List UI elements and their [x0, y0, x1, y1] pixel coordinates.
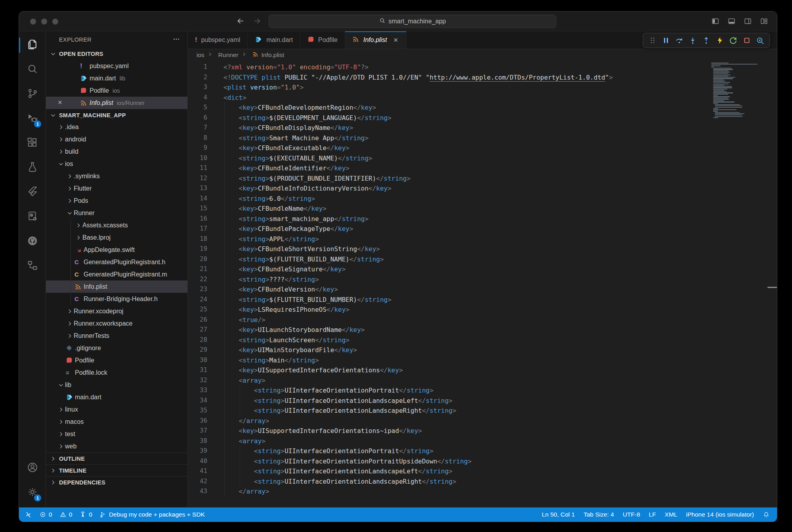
scrollbar-mark[interactable]	[767, 287, 777, 288]
tab-podfile[interactable]: Podfile	[300, 31, 345, 49]
code-line[interactable]: 22 <string>????</string>	[188, 275, 777, 285]
minimap[interactable]	[711, 63, 771, 118]
tree-item-runner-bridging-header-h[interactable]: C Runner-Bridging-Header.h	[46, 293, 187, 305]
close-window-button[interactable]	[30, 19, 36, 25]
code-line[interactable]: 2<!DOCTYPE plist PUBLIC "-//Apple//DTD P…	[188, 72, 777, 83]
tab-size[interactable]: Tab Size: 4	[584, 511, 614, 518]
tree-item-appdelegate-swift[interactable]: AppDelegate.swift	[46, 244, 187, 256]
code-line[interactable]: 3<plist version="1.0">	[188, 82, 777, 93]
customize-layout-button[interactable]	[760, 17, 768, 27]
remote-indicator[interactable]	[25, 511, 32, 519]
section-dependencies[interactable]: DEPENDENCIES	[46, 476, 187, 488]
code-line[interactable]: 21 <key>CFBundleSignature</key>	[188, 264, 777, 275]
warnings-indicator[interactable]: 0	[59, 511, 73, 518]
code-line[interactable]: 7 <key>CFBundleDisplayName</key>	[188, 123, 777, 133]
tree-item-podfile-lock[interactable]: ≡ Podfile.lock	[46, 366, 187, 379]
code-line[interactable]: 26 <true/>	[188, 315, 777, 325]
workspace-header[interactable]: SMART_MACHINE_APP	[46, 109, 187, 121]
code-line[interactable]: 19 <key>CFBundleShortVersionString</key>	[188, 244, 777, 254]
code-line[interactable]: 25 <key>LSRequiresIPhoneOS</key>	[188, 305, 777, 315]
tree-item-generatedpluginregistrant-m[interactable]: C GeneratedPluginRegistrant.m	[46, 268, 187, 280]
code-line[interactable]: 35 <string>UIInterfaceOrientationLandsca…	[188, 406, 777, 416]
cursor-position[interactable]: Ln 50, Col 1	[542, 511, 575, 518]
tree-item-idea[interactable]: .idea	[46, 121, 187, 133]
tree-item-lib[interactable]: lib	[46, 379, 187, 391]
tab-pubspec-yaml[interactable]: ! pubspec.yaml	[188, 31, 248, 49]
code-line[interactable]: 5 <key>CFBundleDevelopmentRegion</key>	[188, 103, 777, 113]
code-line[interactable]: 12 <string>$(PRODUCT_BUNDLE_IDENTIFIER)<…	[188, 174, 777, 184]
code-line[interactable]: 24 <string>$(FLUTTER_BUILD_NUMBER)</stri…	[188, 295, 777, 305]
tree-item-base-lproj[interactable]: Base.lproj	[46, 231, 187, 244]
code-line[interactable]: 6 <string>$(DEVELOPMENT_LANGUAGE)</strin…	[188, 113, 777, 123]
tree-item-linux[interactable]: linux	[46, 403, 187, 416]
ports-indicator[interactable]: 0	[79, 511, 92, 518]
tree-item-runner[interactable]: Runner	[46, 207, 187, 219]
tree-item-flutter[interactable]: Flutter	[46, 182, 187, 194]
command-center-search[interactable]: smart_machine_app	[269, 15, 556, 28]
open-editors-header[interactable]: OPEN EDITORS	[46, 48, 187, 60]
tree-item-test[interactable]: test	[46, 428, 187, 440]
code-line[interactable]: 36 </array>	[188, 416, 777, 426]
activity-search[interactable]	[19, 57, 46, 82]
close-editor-button[interactable]	[57, 99, 63, 107]
activity-flutter[interactable]	[19, 180, 46, 205]
errors-indicator[interactable]: 0	[39, 511, 52, 518]
code-line[interactable]: 37 <key>UISupportedInterfaceOrientations…	[188, 426, 777, 436]
activity-extensions[interactable]	[19, 131, 46, 156]
code-line[interactable]: 11 <key>CFBundleIdentifier</key>	[188, 163, 777, 174]
code-line[interactable]: 30 <string>Main</string>	[188, 355, 777, 366]
code-line[interactable]: 10 <string>$(EXECUTABLE_NAME)</string>	[188, 153, 777, 164]
code-line[interactable]: 15 <key>CFBundleName</key>	[188, 204, 777, 214]
breadcrumb-runner[interactable]: Runner	[204, 51, 239, 59]
code-line[interactable]: 1<?xml version="1.0" encoding="UTF-8"?>	[188, 62, 777, 72]
zoom-window-button[interactable]	[52, 19, 58, 25]
toggle-panel-button[interactable]	[727, 17, 736, 27]
open-editor-main-dart[interactable]: main.dart lib	[46, 72, 187, 84]
code-line[interactable]: 40 <string>UIInterfaceOrientationPortrai…	[188, 456, 777, 467]
close-tab-button[interactable]	[393, 37, 399, 43]
code-line[interactable]: 42 <string>UIInterfaceOrientationLandsca…	[188, 477, 777, 487]
tree-item-main-dart[interactable]: main.dart	[46, 391, 187, 403]
code-line[interactable]: 43 </array>	[188, 486, 777, 497]
debug-flutter-inspector-button[interactable]	[755, 35, 765, 46]
activity-project[interactable]	[19, 205, 46, 229]
debug-restart-button[interactable]	[728, 35, 739, 46]
tree-item-runner-xcworkspace[interactable]: Runner.xcworkspace	[46, 317, 187, 330]
tree-item-web[interactable]: web	[46, 440, 187, 452]
breadcrumb-info-plist[interactable]: Info.plist	[239, 51, 284, 59]
debug-step-into-button[interactable]	[687, 35, 698, 46]
debug-stop-button[interactable]	[741, 35, 752, 46]
code-line[interactable]: 13 <key>CFBundleInfoDictionaryVersion</k…	[188, 183, 777, 194]
open-editor-info-plist[interactable]: Info.plist ios/Runner	[46, 97, 187, 109]
tree-item-pods[interactable]: Pods	[46, 194, 187, 207]
tab-main-dart[interactable]: main.dart	[248, 31, 300, 49]
tree-item-symlinks[interactable]: .symlinks	[46, 170, 187, 182]
code-line[interactable]: 16 <string>smart_machine_app</string>	[188, 214, 777, 224]
minimize-window-button[interactable]	[41, 19, 47, 25]
code-line[interactable]: 39 <string>UIInterfaceOrientationPortrai…	[188, 446, 777, 456]
breadcrumb-ios[interactable]: ios	[197, 51, 204, 59]
code-line[interactable]: 34 <string>UIInterfaceOrientationLandsca…	[188, 396, 777, 406]
code-line[interactable]: 20 <string>$(FLUTTER_BUILD_NAME)</string…	[188, 254, 777, 265]
code-line[interactable]: 27 <key>UILaunchStoryboardName</key>	[188, 325, 777, 335]
tree-item-ios[interactable]: ios	[46, 158, 187, 170]
tree-item-macos[interactable]: macos	[46, 416, 187, 428]
tree-item-runner-xcodeproj[interactable]: Runner.xcodeproj	[46, 305, 187, 317]
debug-grip[interactable]	[647, 35, 658, 46]
toggle-secondary-sidebar-button[interactable]	[744, 17, 752, 27]
tree-item-assets-xcassets[interactable]: Assets.xcassets	[46, 219, 187, 231]
code-line[interactable]: 41 <string>UIInterfaceOrientationLandsca…	[188, 466, 777, 477]
activity-references[interactable]	[19, 254, 46, 278]
debug-pause-button[interactable]	[660, 35, 671, 46]
tree-item-generatedpluginregistrant-h[interactable]: C GeneratedPluginRegistrant.h	[46, 256, 187, 268]
notifications-bell[interactable]	[763, 511, 770, 518]
open-editor-pubspec-yaml[interactable]: ! pubspec.yaml	[46, 60, 187, 72]
activity-source-control[interactable]	[19, 82, 46, 107]
code-line[interactable]: 29 <key>UIMainStoryboardFile</key>	[188, 345, 777, 355]
tree-item-podfile[interactable]: Podfile	[46, 354, 187, 366]
code-line[interactable]: 4<dict>	[188, 93, 777, 103]
tree-item-build[interactable]: build	[46, 145, 187, 158]
debug-step-out-button[interactable]	[701, 35, 712, 46]
code-line[interactable]: 18 <string>APPL</string>	[188, 234, 777, 244]
section-outline[interactable]: OUTLINE	[46, 452, 187, 464]
